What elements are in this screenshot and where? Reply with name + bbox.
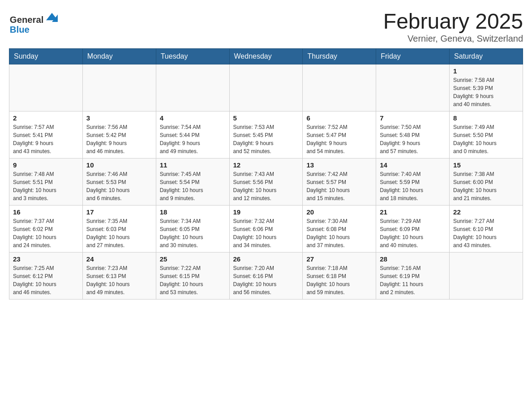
col-saturday: Saturday — [450, 49, 523, 64]
calendar-week-row: 1Sunrise: 7:58 AMSunset: 5:39 PMDaylight… — [9, 64, 523, 111]
calendar-day-cell: 26Sunrise: 7:20 AMSunset: 6:16 PMDayligh… — [229, 253, 303, 300]
day-info: Sunrise: 7:50 AMSunset: 5:48 PMDaylight:… — [380, 123, 446, 155]
day-number: 18 — [160, 208, 226, 216]
logo-svg: General Blue — [9, 9, 63, 40]
day-info: Sunrise: 7:27 AMSunset: 6:10 PMDaylight:… — [453, 217, 519, 249]
col-monday: Monday — [82, 49, 156, 64]
col-friday: Friday — [376, 49, 450, 64]
day-info: Sunrise: 7:54 AMSunset: 5:44 PMDaylight:… — [160, 123, 226, 155]
calendar-day-cell: 27Sunrise: 7:18 AMSunset: 6:18 PMDayligh… — [303, 253, 376, 300]
day-number: 27 — [306, 255, 372, 263]
calendar-day-cell: 13Sunrise: 7:42 AMSunset: 5:57 PMDayligh… — [303, 158, 376, 206]
calendar-header-row: Sunday Monday Tuesday Wednesday Thursday… — [9, 49, 523, 64]
calendar-day-cell: 17Sunrise: 7:35 AMSunset: 6:03 PMDayligh… — [82, 206, 156, 253]
calendar-week-row: 23Sunrise: 7:25 AMSunset: 6:12 PMDayligh… — [9, 253, 523, 300]
day-number: 23 — [13, 255, 79, 263]
day-number: 12 — [233, 161, 299, 169]
day-number: 3 — [86, 114, 152, 122]
day-info: Sunrise: 7:16 AMSunset: 6:19 PMDaylight:… — [380, 264, 446, 296]
calendar-day-cell: 15Sunrise: 7:38 AMSunset: 6:00 PMDayligh… — [450, 158, 523, 206]
day-number: 10 — [86, 161, 152, 169]
day-info: Sunrise: 7:29 AMSunset: 6:09 PMDaylight:… — [380, 217, 446, 249]
calendar-day-cell: 14Sunrise: 7:40 AMSunset: 5:59 PMDayligh… — [376, 158, 450, 206]
calendar-day-cell: 22Sunrise: 7:27 AMSunset: 6:10 PMDayligh… — [450, 206, 523, 253]
day-number: 6 — [306, 114, 372, 122]
day-info: Sunrise: 7:30 AMSunset: 6:08 PMDaylight:… — [306, 217, 372, 249]
day-info: Sunrise: 7:58 AMSunset: 5:39 PMDaylight:… — [453, 76, 519, 108]
calendar-table: Sunday Monday Tuesday Wednesday Thursday… — [9, 48, 523, 300]
calendar-day-cell: 9Sunrise: 7:48 AMSunset: 5:51 PMDaylight… — [9, 158, 83, 206]
col-sunday: Sunday — [9, 49, 83, 64]
day-info: Sunrise: 7:43 AMSunset: 5:56 PMDaylight:… — [233, 170, 299, 202]
day-info: Sunrise: 7:23 AMSunset: 6:13 PMDaylight:… — [86, 264, 152, 296]
col-tuesday: Tuesday — [156, 49, 229, 64]
calendar-day-cell: 1Sunrise: 7:58 AMSunset: 5:39 PMDaylight… — [450, 64, 523, 111]
day-info: Sunrise: 7:37 AMSunset: 6:02 PMDaylight:… — [13, 217, 79, 249]
day-number: 20 — [306, 208, 372, 216]
calendar-day-cell: 19Sunrise: 7:32 AMSunset: 6:06 PMDayligh… — [229, 206, 303, 253]
svg-text:General: General — [10, 15, 44, 25]
day-number: 5 — [233, 114, 299, 122]
day-info: Sunrise: 7:49 AMSunset: 5:50 PMDaylight:… — [453, 123, 519, 155]
day-info: Sunrise: 7:42 AMSunset: 5:57 PMDaylight:… — [306, 170, 372, 202]
day-info: Sunrise: 7:57 AMSunset: 5:41 PMDaylight:… — [13, 123, 79, 155]
calendar-day-cell: 7Sunrise: 7:50 AMSunset: 5:48 PMDaylight… — [376, 111, 450, 158]
day-info: Sunrise: 7:32 AMSunset: 6:06 PMDaylight:… — [233, 217, 299, 249]
calendar-day-cell — [450, 253, 523, 300]
day-info: Sunrise: 7:53 AMSunset: 5:45 PMDaylight:… — [233, 123, 299, 155]
day-number: 8 — [453, 114, 519, 122]
calendar-week-row: 9Sunrise: 7:48 AMSunset: 5:51 PMDaylight… — [9, 158, 523, 206]
logo: General Blue — [9, 9, 63, 40]
calendar-day-cell: 5Sunrise: 7:53 AMSunset: 5:45 PMDaylight… — [229, 111, 303, 158]
day-number: 16 — [13, 208, 79, 216]
calendar-day-cell: 16Sunrise: 7:37 AMSunset: 6:02 PMDayligh… — [9, 206, 83, 253]
calendar-day-cell: 18Sunrise: 7:34 AMSunset: 6:05 PMDayligh… — [156, 206, 229, 253]
calendar-day-cell: 28Sunrise: 7:16 AMSunset: 6:19 PMDayligh… — [376, 253, 450, 300]
day-info: Sunrise: 7:25 AMSunset: 6:12 PMDaylight:… — [13, 264, 79, 296]
calendar-day-cell: 12Sunrise: 7:43 AMSunset: 5:56 PMDayligh… — [229, 158, 303, 206]
day-number: 7 — [380, 114, 446, 122]
day-info: Sunrise: 7:56 AMSunset: 5:42 PMDaylight:… — [86, 123, 152, 155]
page-header: General Blue February 2025 Vernier, Gene… — [9, 9, 523, 44]
day-info: Sunrise: 7:46 AMSunset: 5:53 PMDaylight:… — [86, 170, 152, 202]
calendar-day-cell: 11Sunrise: 7:45 AMSunset: 5:54 PMDayligh… — [156, 158, 229, 206]
title-section: February 2025 Vernier, Geneva, Switzerla… — [383, 9, 523, 44]
calendar-day-cell: 24Sunrise: 7:23 AMSunset: 6:13 PMDayligh… — [82, 253, 156, 300]
day-info: Sunrise: 7:45 AMSunset: 5:54 PMDaylight:… — [160, 170, 226, 202]
day-number: 1 — [453, 67, 519, 75]
month-title: February 2025 — [383, 9, 523, 34]
calendar-day-cell — [82, 64, 156, 111]
calendar-day-cell — [303, 64, 376, 111]
location-text: Vernier, Geneva, Switzerland — [383, 34, 523, 44]
day-info: Sunrise: 7:34 AMSunset: 6:05 PMDaylight:… — [160, 217, 226, 249]
day-info: Sunrise: 7:20 AMSunset: 6:16 PMDaylight:… — [233, 264, 299, 296]
day-number: 21 — [380, 208, 446, 216]
calendar-day-cell: 6Sunrise: 7:52 AMSunset: 5:47 PMDaylight… — [303, 111, 376, 158]
day-number: 14 — [380, 161, 446, 169]
calendar-week-row: 16Sunrise: 7:37 AMSunset: 6:02 PMDayligh… — [9, 206, 523, 253]
col-wednesday: Wednesday — [229, 49, 303, 64]
day-info: Sunrise: 7:22 AMSunset: 6:15 PMDaylight:… — [160, 264, 226, 296]
day-number: 2 — [13, 114, 79, 122]
day-number: 9 — [13, 161, 79, 169]
day-info: Sunrise: 7:48 AMSunset: 5:51 PMDaylight:… — [13, 170, 79, 202]
calendar-day-cell — [229, 64, 303, 111]
calendar-day-cell: 3Sunrise: 7:56 AMSunset: 5:42 PMDaylight… — [82, 111, 156, 158]
day-number: 24 — [86, 255, 152, 263]
calendar-day-cell — [9, 64, 83, 111]
day-number: 4 — [160, 114, 226, 122]
day-number: 11 — [160, 161, 226, 169]
calendar-day-cell: 2Sunrise: 7:57 AMSunset: 5:41 PMDaylight… — [9, 111, 83, 158]
calendar-day-cell: 20Sunrise: 7:30 AMSunset: 6:08 PMDayligh… — [303, 206, 376, 253]
day-number: 13 — [306, 161, 372, 169]
calendar-day-cell: 25Sunrise: 7:22 AMSunset: 6:15 PMDayligh… — [156, 253, 229, 300]
calendar-day-cell — [376, 64, 450, 111]
day-info: Sunrise: 7:35 AMSunset: 6:03 PMDaylight:… — [86, 217, 152, 249]
day-number: 28 — [380, 255, 446, 263]
day-info: Sunrise: 7:52 AMSunset: 5:47 PMDaylight:… — [306, 123, 372, 155]
day-info: Sunrise: 7:38 AMSunset: 6:00 PMDaylight:… — [453, 170, 519, 202]
col-thursday: Thursday — [303, 49, 376, 64]
day-number: 17 — [86, 208, 152, 216]
day-number: 19 — [233, 208, 299, 216]
calendar-day-cell: 23Sunrise: 7:25 AMSunset: 6:12 PMDayligh… — [9, 253, 83, 300]
